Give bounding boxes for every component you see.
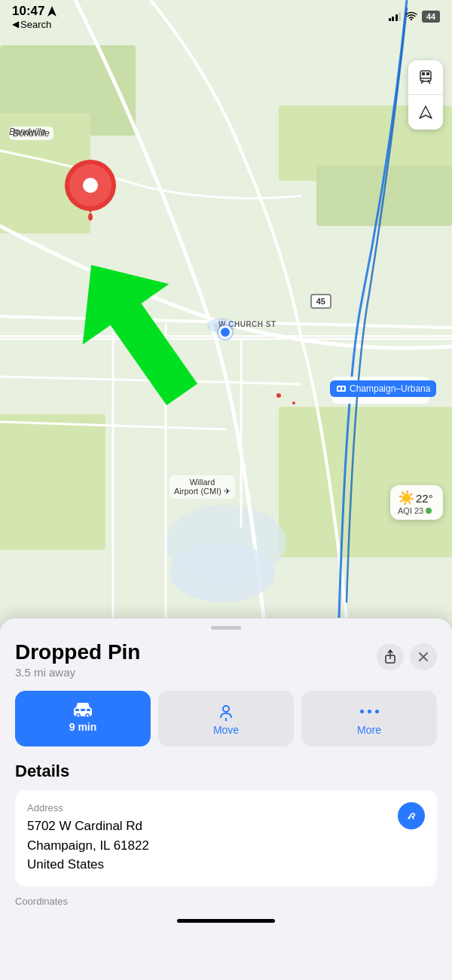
battery-indicator: 44 <box>422 11 440 23</box>
share-button[interactable] <box>377 643 404 670</box>
svg-rect-31 <box>422 72 425 75</box>
sheet-header: Dropped Pin 3.5 mi away <box>0 640 452 691</box>
location-arrow-icon <box>47 6 56 17</box>
action-buttons-row: 9 min Move More <box>0 691 452 762</box>
current-location-dot <box>218 325 232 339</box>
weather-aqi: AQI 23 <box>398 506 435 515</box>
dropped-pin <box>60 158 121 226</box>
address-lines: 5702 W Cardinal Rd Champaign, IL 61822 U… <box>27 817 149 875</box>
svg-point-18 <box>276 393 281 398</box>
drive-label: 9 min <box>69 721 97 733</box>
svg-point-40 <box>411 19 412 20</box>
weather-temp: ☀️ 22° <box>398 490 435 506</box>
status-search-back[interactable]: ◀ Search <box>12 19 56 30</box>
bondville-text: Bondville <box>9 127 46 137</box>
svg-point-27 <box>88 213 93 221</box>
weather-widget: ☀️ 22° AQI 23 <box>390 485 443 520</box>
svg-point-19 <box>292 401 295 405</box>
svg-point-53 <box>223 706 229 712</box>
address-line1: 5702 W Cardinal Rd <box>27 817 149 836</box>
svg-rect-50 <box>75 709 79 711</box>
wifi-icon <box>405 11 417 23</box>
transit-button[interactable] <box>408 60 443 95</box>
svg-point-17 <box>170 542 275 603</box>
sheet-handle[interactable] <box>211 626 241 630</box>
pointing-arrow <box>68 241 218 437</box>
svg-rect-32 <box>426 72 429 75</box>
home-indicator <box>177 919 275 923</box>
svg-rect-30 <box>420 71 431 81</box>
sheet-action-buttons <box>377 643 437 670</box>
pin-info: Dropped Pin 3.5 mi away <box>15 640 140 679</box>
airport-label: WillardAirport (CMI) ✈ <box>170 475 235 499</box>
bottom-sheet: Dropped Pin 3.5 mi away <box>0 618 452 980</box>
svg-rect-52 <box>87 709 90 711</box>
move-label: Move <box>213 724 239 736</box>
move-button[interactable]: Move <box>158 691 294 746</box>
svg-line-36 <box>421 81 423 84</box>
pin-distance: 3.5 mi away <box>15 666 140 679</box>
svg-point-56 <box>405 810 417 822</box>
svg-line-37 <box>429 81 430 84</box>
svg-point-47 <box>78 715 80 717</box>
status-bar: 10:47 ◀ Search 44 <box>0 0 452 33</box>
status-left: 10:47 ◀ Search <box>12 4 56 30</box>
road-sign-45: 45 <box>310 294 331 309</box>
address-line2: Champaign, IL 61822 <box>27 836 149 856</box>
drive-button[interactable]: 9 min <box>15 691 151 746</box>
address-label: Address <box>27 802 149 814</box>
pin-title: Dropped Pin <box>15 640 140 664</box>
signal-icon <box>389 12 402 21</box>
map-transport-buttons <box>408 60 443 130</box>
svg-point-49 <box>87 715 89 717</box>
status-right: 44 <box>389 11 441 23</box>
address-line3: United States <box>27 855 149 875</box>
location-button[interactable] <box>408 95 443 130</box>
status-time: 10:47 <box>12 4 56 19</box>
aqi-indicator <box>426 508 432 514</box>
svg-rect-51 <box>81 709 85 711</box>
svg-point-26 <box>87 182 94 189</box>
coordinates-row: Coordinates <box>15 887 437 907</box>
details-section: Details Address 5702 W Cardinal Rd Champ… <box>0 762 452 907</box>
svg-point-57 <box>408 817 411 820</box>
map-area[interactable]: Bondville Bondville W CHURCH ST 45 Champ… <box>0 0 452 618</box>
svg-rect-20 <box>337 386 346 392</box>
champaign-urbana-label: Champaign–Urbana <box>330 380 436 397</box>
details-title: Details <box>15 762 437 781</box>
more-button[interactable]: More <box>301 691 437 746</box>
svg-marker-39 <box>47 6 56 17</box>
address-content: Address 5702 W Cardinal Rd Champaign, IL… <box>27 802 149 875</box>
address-directions-button[interactable] <box>398 802 425 829</box>
close-button[interactable] <box>410 643 437 670</box>
address-card: Address 5702 W Cardinal Rd Champaign, IL… <box>15 790 437 887</box>
svg-rect-6 <box>279 407 452 557</box>
more-label: More <box>357 724 381 736</box>
svg-point-55 <box>225 720 228 722</box>
coordinates-label: Coordinates <box>15 896 437 907</box>
svg-rect-21 <box>338 387 341 390</box>
svg-rect-22 <box>342 387 344 390</box>
svg-marker-38 <box>420 106 432 118</box>
